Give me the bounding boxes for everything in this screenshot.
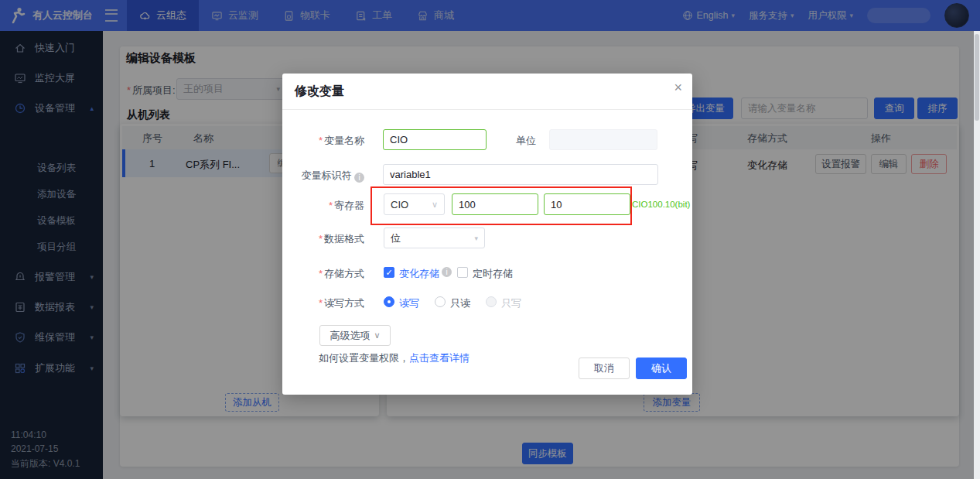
cancel-button[interactable]: 取消 [579,358,630,379]
register-preview: CIO100.10(bit) [632,200,690,209]
variable-name-input[interactable] [383,129,487,150]
read-only-option[interactable]: 只读 [450,296,470,310]
register-bit-input[interactable] [544,193,630,215]
info-icon[interactable]: i [442,267,452,277]
info-icon[interactable]: i [354,173,364,183]
timed-storage-checkbox[interactable] [457,267,468,278]
timed-storage-option[interactable]: 定时存储 [473,267,513,281]
change-storage-checkbox[interactable]: ✓ [384,267,394,278]
confirm-button[interactable]: 确认 [636,358,687,379]
caret-down-icon: ▾ [474,234,478,242]
storage-label: *存储方式 [282,267,364,281]
register-address-input[interactable] [452,193,538,215]
read-write-radio[interactable] [384,296,394,307]
modal-title: 修改变量 [295,84,344,100]
close-icon[interactable]: × [674,80,682,94]
modal-divider [282,109,692,110]
change-storage-option[interactable]: 变化存储 [399,267,439,281]
read-write-option[interactable]: 读写 [399,296,419,310]
advanced-options-button[interactable]: 高级选项 ∨ [319,325,391,346]
format-select[interactable]: 位 ▾ [384,228,485,248]
format-label: *数据格式 [282,232,364,246]
permission-hint: 如何设置变量权限，点击查看详情 [319,351,470,365]
rw-label: *读写方式 [282,296,364,310]
unit-label: 单位 [516,134,536,148]
page-scrollbar-thumb[interactable] [975,34,979,121]
app-root: 有人云控制台 云组态 云监测 物联卡 [0,0,980,479]
read-only-radio[interactable] [435,296,446,307]
chevron-down-icon: ∨ [374,330,380,340]
write-only-option[interactable]: 只写 [501,296,521,310]
register-label: *寄存器 [282,199,364,213]
variable-name-label: *变量名称 [282,134,364,148]
modify-variable-modal: 修改变量 × *变量名称 单位 变量标识符 i *寄存器 CIO ∨ CIO10… [282,74,692,395]
identifier-label: 变量标识符 i [282,169,364,183]
identifier-input[interactable] [383,164,658,185]
register-type-select[interactable]: CIO ∨ [384,193,445,215]
view-details-link[interactable]: 点击查看详情 [409,352,470,364]
write-only-radio[interactable] [486,296,497,307]
unit-input [549,129,657,150]
chevron-down-icon: ∨ [432,200,438,210]
